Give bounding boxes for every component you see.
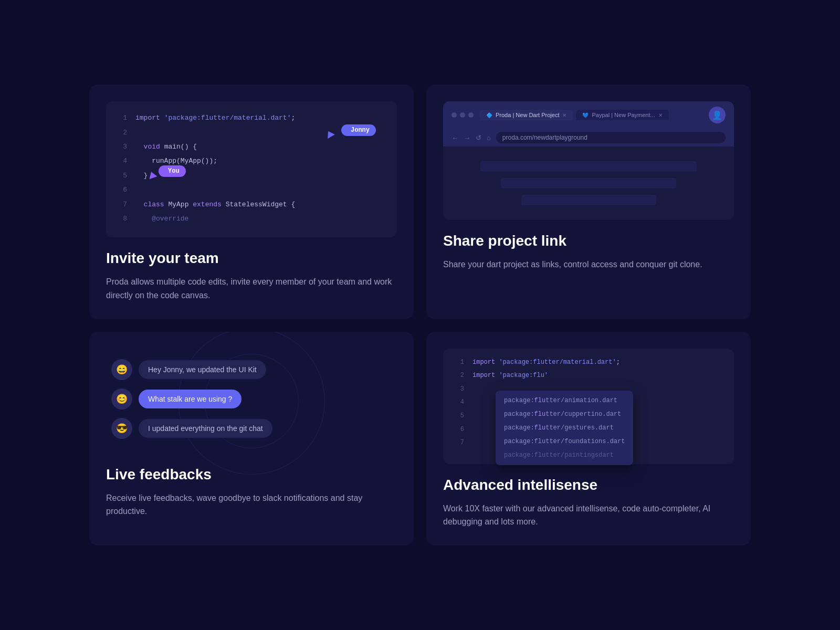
ac-item-4[interactable]: package:flutter/foundations.dart bbox=[496, 435, 633, 448]
avatar-1: 😄 bbox=[111, 359, 132, 380]
tab-proda[interactable]: 🔷 Proda | New Dart Project ✕ bbox=[480, 110, 573, 120]
intellisense-preview: 1 import 'package:flutter/material.dart'… bbox=[443, 349, 734, 464]
browser-tab-bar: 🔷 Proda | New Dart Project ✕ 💙 Paypal | … bbox=[443, 101, 734, 129]
code-editor-preview: 1 import 'package:flutter/material.dart'… bbox=[106, 101, 397, 237]
placeholder-2 bbox=[501, 178, 676, 188]
nav-back-icon[interactable]: ← bbox=[452, 134, 458, 142]
features-grid: 1 import 'package:flutter/material.dart'… bbox=[89, 85, 751, 545]
tab-paypal[interactable]: 💙 Paypal | New Payment... ✕ bbox=[576, 110, 668, 120]
nav-home-icon[interactable]: ⌂ bbox=[487, 134, 491, 142]
code-line-1: 1 import 'package:flutter/material.dart'… bbox=[114, 112, 388, 124]
cursor-label-jonny: Jonny bbox=[341, 124, 376, 136]
chat-preview: 😄 Hey Jonny, we updated the UI Kit 😊 Wha… bbox=[106, 349, 397, 454]
code-line-6: 6 bbox=[114, 184, 388, 196]
code-line-7: 7 class MyApp extends StatelessWidget { bbox=[114, 198, 388, 211]
chat-message-1: 😄 Hey Jonny, we updated the UI Kit bbox=[111, 359, 392, 380]
is-line-1: 1 import 'package:flutter/material.dart'… bbox=[452, 357, 726, 369]
avatar-3: 😎 bbox=[111, 418, 132, 439]
tab-close-2[interactable]: ✕ bbox=[658, 112, 663, 118]
user-avatar-browser: 👤 bbox=[709, 107, 726, 123]
browser-url-bar: ← → ↺ ⌂ proda.com/newdartplayground bbox=[443, 129, 734, 146]
intellisense-title: Advanced intellisense bbox=[443, 477, 734, 494]
browser-body bbox=[443, 146, 734, 220]
placeholder-1 bbox=[480, 161, 696, 172]
share-link-desc: Share your dart project as links, contro… bbox=[443, 258, 734, 271]
ac-item-5[interactable]: package:flutter/paintingsdart bbox=[496, 448, 633, 462]
ac-item-3[interactable]: package:flutter/gestures.dart bbox=[496, 421, 633, 435]
nav-forward-icon[interactable]: → bbox=[464, 134, 470, 142]
url-display[interactable]: proda.com/newdartplayground bbox=[496, 132, 726, 143]
card-advanced-intellisense: 1 import 'package:flutter/material.dart'… bbox=[426, 332, 751, 545]
share-link-title: Share project link bbox=[443, 233, 734, 249]
bubble-1: Hey Jonny, we updated the UI Kit bbox=[139, 360, 266, 379]
is-line-2: 2 import 'package:flu' bbox=[452, 370, 726, 382]
code-line-8: 8 @override bbox=[114, 213, 388, 225]
card-invite-team: 1 import 'package:flutter/material.dart'… bbox=[89, 85, 414, 319]
nav-refresh-icon[interactable]: ↺ bbox=[476, 134, 481, 142]
browser-tabs: 🔷 Proda | New Dart Project ✕ 💙 Paypal | … bbox=[480, 110, 702, 120]
browser-preview: 🔷 Proda | New Dart Project ✕ 💙 Paypal | … bbox=[443, 101, 734, 220]
cursor-label-you: You bbox=[159, 165, 186, 177]
bubble-3: I updated everything on the git chat bbox=[139, 419, 272, 438]
invite-team-title: Invite your team bbox=[106, 250, 397, 267]
intellisense-desc: Work 10X faster with our advanced intell… bbox=[443, 502, 734, 529]
ac-item-2[interactable]: package:flutter/cuppertino.dart bbox=[496, 407, 633, 421]
autocomplete-dropdown: package:flutter/animation.dart package:f… bbox=[496, 391, 633, 465]
dot-1 bbox=[452, 112, 457, 118]
tab-close-1[interactable]: ✕ bbox=[562, 112, 566, 118]
browser-dots bbox=[452, 112, 474, 118]
code-line-4: 4 runApp(MyApp()); bbox=[114, 155, 388, 167]
card-share-link: 🔷 Proda | New Dart Project ✕ 💙 Paypal | … bbox=[426, 85, 751, 319]
bubble-2: What stalk are we using ? bbox=[139, 390, 242, 408]
dot-3 bbox=[468, 112, 474, 118]
code-line-3: 3 void main() { bbox=[114, 141, 388, 153]
chat-message-2: 😊 What stalk are we using ? bbox=[111, 388, 392, 410]
live-feedbacks-desc: Receive live feedbacks, wave goodbye to … bbox=[106, 491, 397, 518]
avatar-2: 😊 bbox=[111, 388, 132, 410]
chat-message-3: 😎 I updated everything on the git chat bbox=[111, 418, 392, 439]
dot-2 bbox=[460, 112, 465, 118]
placeholder-3 bbox=[521, 195, 656, 205]
card-live-feedbacks: 😄 Hey Jonny, we updated the UI Kit 😊 Wha… bbox=[89, 332, 414, 545]
ac-item-1[interactable]: package:flutter/animation.dart bbox=[496, 394, 633, 407]
invite-team-desc: Proda allows multiple code edits, invite… bbox=[106, 275, 397, 302]
